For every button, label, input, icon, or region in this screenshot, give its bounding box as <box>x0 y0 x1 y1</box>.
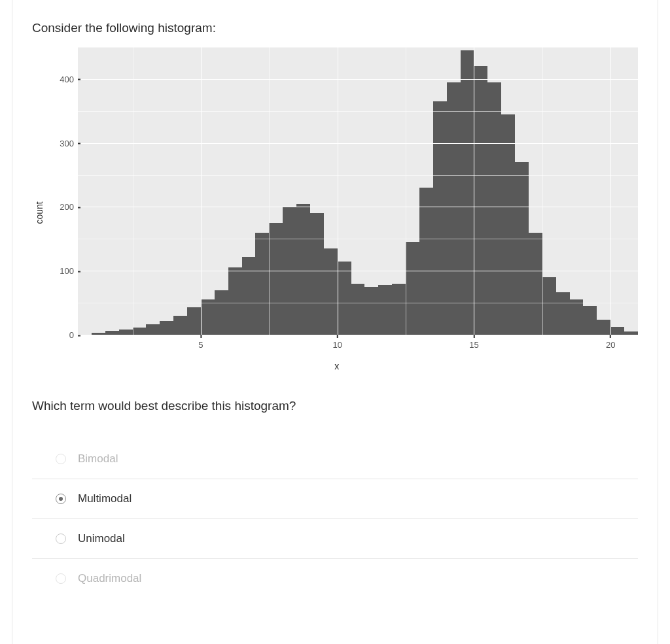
option-label: Quadrimodal <box>78 572 141 585</box>
option-label: Unimodal <box>78 532 125 545</box>
bars-container <box>78 47 638 335</box>
histogram-bar <box>296 204 310 335</box>
histogram-bar <box>338 262 351 335</box>
histogram-bar <box>597 320 610 335</box>
radio-icon <box>56 573 66 584</box>
histogram-bar <box>255 233 269 335</box>
x-tick: 10 <box>332 335 342 350</box>
histogram-bar <box>173 316 187 335</box>
histogram-bar <box>556 292 570 335</box>
histogram-bar <box>487 82 501 335</box>
options-list: BimodalMultimodalUnimodalQuadrimodal <box>32 439 638 598</box>
histogram-bar <box>310 213 324 335</box>
histogram-bar <box>324 248 338 335</box>
radio-icon <box>56 534 66 544</box>
y-tick: 400 <box>60 74 78 84</box>
histogram-bar <box>201 299 215 335</box>
y-tick: 300 <box>60 138 78 148</box>
x-tick: 20 <box>606 335 615 350</box>
histogram-bar <box>119 330 133 335</box>
histogram-bar <box>146 324 160 335</box>
question-card: Consider the following histogram: count … <box>0 0 670 644</box>
option-multimodal[interactable]: Multimodal <box>32 479 638 519</box>
option-label: Bimodal <box>78 452 118 466</box>
radio-icon <box>56 494 66 504</box>
histogram-bar <box>583 306 597 335</box>
histogram-bar <box>228 267 242 335</box>
histogram-bar <box>187 307 201 335</box>
x-tick: 15 <box>469 335 478 350</box>
histogram-bar <box>474 66 487 335</box>
y-tick: 0 <box>69 330 78 340</box>
option-label: Multimodal <box>78 492 132 505</box>
histogram-bar <box>215 290 228 335</box>
y-tick: 100 <box>60 266 78 276</box>
histogram-bar <box>515 162 529 335</box>
histogram-bar <box>160 321 173 335</box>
x-axis-label: x <box>334 361 339 371</box>
histogram-bar <box>419 188 433 335</box>
histogram-bar <box>269 223 283 335</box>
card-inner: Consider the following histogram: count … <box>12 0 658 644</box>
histogram-bar <box>406 242 419 335</box>
histogram-chart: count 01002003004005101520 x <box>32 47 638 381</box>
histogram-bar <box>461 50 474 335</box>
histogram-bar <box>570 299 584 335</box>
option-bimodal[interactable]: Bimodal <box>32 439 638 479</box>
y-axis-label: count <box>34 201 44 224</box>
radio-icon <box>56 454 66 464</box>
histogram-bar <box>364 287 378 335</box>
histogram-bar <box>542 277 556 335</box>
prompt-text: Consider the following histogram: <box>32 21 638 35</box>
histogram-bar <box>501 114 515 335</box>
histogram-bar <box>610 327 624 335</box>
histogram-bar <box>133 328 147 335</box>
histogram-bar <box>378 285 392 335</box>
question-text: Which term would best describe this hist… <box>32 399 638 413</box>
histogram-bar <box>433 101 447 335</box>
histogram-bar <box>242 257 256 335</box>
y-tick: 200 <box>60 202 78 212</box>
histogram-bar <box>392 284 406 335</box>
histogram-bar <box>351 284 365 335</box>
histogram-bar <box>447 82 461 335</box>
x-tick: 5 <box>198 335 203 350</box>
option-quadrimodal[interactable]: Quadrimodal <box>32 559 638 598</box>
plot-panel: 01002003004005101520 <box>78 47 638 335</box>
histogram-bar <box>529 233 542 335</box>
option-unimodal[interactable]: Unimodal <box>32 519 638 559</box>
